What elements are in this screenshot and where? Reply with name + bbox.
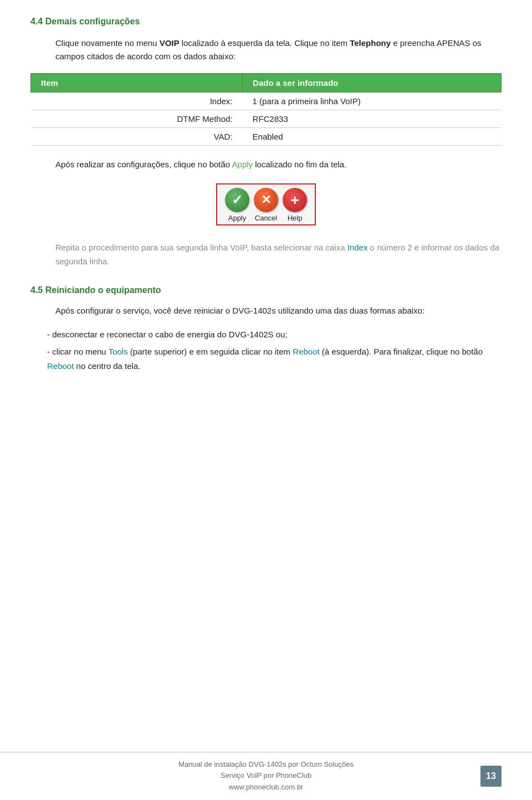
cancel-icon[interactable]: ✕ bbox=[254, 188, 278, 212]
intro-text-part2: localizado à esquerda da tela. Clique no… bbox=[179, 38, 350, 48]
page-footer: Manual de instalação DVG-1402s por Octum… bbox=[0, 752, 532, 800]
buttons-row: ✓ Apply ✕ Cancel + Help bbox=[216, 183, 316, 225]
bullet2-text-part3: (à esquerda). Para finalizar, clique no … bbox=[320, 347, 483, 356]
intro-text-part1: Clique novamente no menu bbox=[55, 38, 160, 48]
intro-paragraph: Clique novamente no menu VOIP localizado… bbox=[30, 37, 502, 63]
reboot-colored-1: Reboot bbox=[293, 347, 319, 356]
footer-text: Manual de instalação DVG-1402s por Octum… bbox=[52, 759, 480, 793]
table-header-item: Item bbox=[31, 74, 243, 93]
table-row: Index:1 (para a primeira linha VoIP) bbox=[31, 93, 502, 110]
table-cell-label-2: VAD: bbox=[31, 128, 243, 146]
table-cell-value-2: Enabled bbox=[243, 128, 502, 146]
index-colored: Index bbox=[347, 243, 368, 252]
help-label: Help bbox=[288, 214, 303, 222]
table-cell-label-0: Index: bbox=[31, 93, 243, 110]
bullet-item-2: - clicar no menu Tools (parte superior) … bbox=[47, 345, 502, 373]
bullet2-text-part4: no centro da tela. bbox=[74, 361, 140, 371]
tools-colored: Tools bbox=[109, 347, 128, 356]
apply-icon[interactable]: ✓ bbox=[225, 188, 249, 212]
cancel-button-item[interactable]: ✕ Cancel bbox=[254, 188, 278, 222]
after-table-text-part1: Após realizar as configurações, clique n… bbox=[55, 160, 232, 169]
telephony-bold: Telephony bbox=[350, 38, 391, 48]
table-cell-label-1: DTMF Method: bbox=[31, 110, 243, 128]
section-heading-4-4: 4.4 Demais configurações bbox=[30, 17, 502, 27]
bullet1-text: desconectar e reconectar o cabo de energ… bbox=[52, 330, 287, 339]
cancel-label: Cancel bbox=[255, 214, 277, 222]
apply-label: Apply bbox=[228, 214, 247, 222]
repita-text-part1: Repita o procedimento para sua segunda l… bbox=[55, 243, 347, 252]
sub-intro-part1: Após configurar o serviço, você deve rei… bbox=[55, 306, 424, 315]
table-row: DTMF Method:RFC2833 bbox=[31, 110, 502, 128]
help-button-item[interactable]: + Help bbox=[283, 188, 307, 222]
page-content: 4.4 Demais configurações Clique novament… bbox=[0, 0, 532, 432]
repita-paragraph: Repita o procedimento para sua segunda l… bbox=[30, 241, 502, 269]
bullet2-prefix: - bbox=[47, 347, 52, 356]
reboot-colored-2: Reboot bbox=[47, 361, 74, 371]
config-table: Item Dado a ser informado Index:1 (para … bbox=[30, 73, 502, 146]
voip-bold: VOIP bbox=[160, 38, 180, 48]
apply-button-item[interactable]: ✓ Apply bbox=[225, 188, 249, 222]
sub-section-intro: Após configurar o serviço, você deve rei… bbox=[30, 304, 502, 317]
table-cell-value-1: RFC2833 bbox=[243, 110, 502, 128]
bullet-item-1: - desconectar e reconectar o cabo de ene… bbox=[47, 327, 502, 342]
buttons-area: ✓ Apply ✕ Cancel + Help bbox=[30, 183, 502, 225]
table-header-dado: Dado a ser informado bbox=[243, 74, 502, 93]
bullet1-prefix: - bbox=[47, 330, 52, 339]
bullet2-text-part1: clicar no menu bbox=[52, 347, 108, 356]
footer-line1: Manual de instalação DVG-1402s por Octum… bbox=[52, 759, 480, 771]
after-table-paragraph: Após realizar as configurações, clique n… bbox=[30, 158, 502, 171]
footer-line2: Serviço VoIP por PhoneClub bbox=[52, 770, 480, 782]
help-icon[interactable]: + bbox=[283, 188, 307, 212]
footer-line3: www.phoneclub.com.br bbox=[52, 782, 480, 793]
table-row: VAD:Enabled bbox=[31, 128, 502, 146]
bullet2-text-part2: (parte superior) e em seguida clicar no … bbox=[128, 347, 293, 356]
apply-colored-text: Apply bbox=[232, 160, 253, 169]
section-heading-4-5: 4.5 Reiniciando o equipamento bbox=[30, 285, 502, 295]
page-number: 13 bbox=[480, 766, 502, 787]
after-table-text-part2: localizado no fim da tela. bbox=[253, 160, 346, 169]
table-cell-value-0: 1 (para a primeira linha VoIP) bbox=[243, 93, 502, 110]
